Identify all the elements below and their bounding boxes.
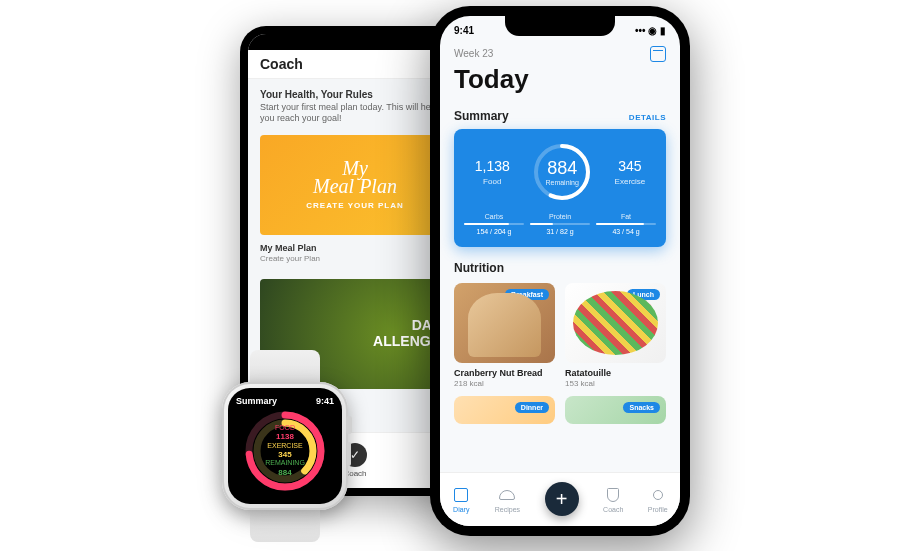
plus-icon: + — [556, 488, 568, 511]
status-indicators-icon: ••• ◉ ▮ — [635, 25, 666, 36]
macro-protein: Protein31 / 82 g — [530, 213, 590, 235]
food-value: 1,138 — [475, 158, 510, 174]
status-time: 9:41 — [454, 25, 474, 36]
digital-crown[interactable] — [346, 416, 352, 434]
exercise-value: 345 — [618, 158, 641, 174]
create-plan-cta: CREATE YOUR PLAN — [306, 201, 404, 210]
meal-plan-caption-title: My Meal Plan — [260, 243, 450, 253]
summary-card[interactable]: 1,138 Food 884Remaining 345 Exercise — [454, 129, 666, 247]
meal-card-snacks[interactable]: Snacks — [565, 396, 666, 424]
meal-kcal: 153 kcal — [565, 379, 666, 388]
remaining-label: Remaining — [545, 179, 578, 186]
chef-hat-icon — [498, 486, 516, 504]
shield-icon — [604, 486, 622, 504]
meal-card-dinner[interactable]: Dinner — [454, 396, 555, 424]
macro-fat: Fat43 / 54 g — [596, 213, 656, 235]
nutrition-section-title: Nutrition — [454, 261, 504, 275]
tab-profile[interactable]: Profile — [648, 486, 668, 513]
watch-screen[interactable]: Summary 9:41 FOOD1138 EXERCISE345 REMAIN… — [228, 388, 342, 504]
meal-card-lunch[interactable]: Lunch Ratatouille 153 kcal — [565, 283, 666, 388]
activity-rings: FOOD1138 EXERCISE345 REMAINING884 — [244, 410, 326, 492]
side-button[interactable] — [347, 442, 351, 466]
coach-subtext: Start your first meal plan today. This w… — [260, 102, 450, 125]
iphone-notch — [505, 16, 615, 36]
person-icon — [649, 486, 667, 504]
meal-tag: Snacks — [623, 402, 660, 413]
diary-icon — [452, 486, 470, 504]
meal-plan-script-plan: Meal Plan — [313, 177, 397, 195]
meal-card-breakfast[interactable]: Breakfast Cranberry Nut Bread 218 kcal — [454, 283, 555, 388]
tab-diary[interactable]: Diary — [452, 486, 470, 513]
watch-case: Summary 9:41 FOOD1138 EXERCISE345 REMAIN… — [222, 382, 348, 510]
meal-name: Ratatouille — [565, 368, 666, 378]
meal-tag: Lunch — [627, 289, 660, 300]
iphone: 9:41 ••• ◉ ▮ Week 23 Today Summary DETAI… — [430, 6, 690, 536]
week-label: Week 23 — [454, 48, 493, 59]
macros-row: Carbs154 / 204 g Protein31 / 82 g Fat43 … — [464, 213, 656, 235]
apple-watch: Summary 9:41 FOOD1138 EXERCISE345 REMAIN… — [210, 356, 360, 536]
meal-plan-banner[interactable]: My Meal Plan CREATE YOUR PLAN — [260, 135, 450, 235]
meal-image-bread: Breakfast — [454, 283, 555, 363]
remaining-ring: 884Remaining — [531, 141, 593, 203]
summary-section-title: Summary — [454, 109, 509, 123]
tab-recipes[interactable]: Recipes — [495, 486, 520, 513]
details-link[interactable]: DETAILS — [629, 113, 666, 122]
meal-tag: Breakfast — [505, 289, 549, 300]
meal-image-ratatouille: Lunch — [565, 283, 666, 363]
iphone-screen: 9:41 ••• ◉ ▮ Week 23 Today Summary DETAI… — [440, 16, 680, 526]
remaining-value: 884 — [547, 158, 577, 179]
meal-name: Cranberry Nut Bread — [454, 368, 555, 378]
food-stat: 1,138 Food — [475, 157, 510, 186]
watch-ring-stats: FOOD1138 EXERCISE345 REMAINING884 — [244, 410, 326, 492]
watch-time: 9:41 — [316, 396, 334, 406]
device-showcase: Coach Your Health, Your Rules Start your… — [210, 6, 690, 546]
add-button[interactable]: + — [545, 482, 579, 516]
exercise-stat: 345 Exercise — [615, 157, 646, 186]
macro-carbs: Carbs154 / 204 g — [464, 213, 524, 235]
food-label: Food — [475, 177, 510, 186]
tab-coach[interactable]: Coach — [603, 486, 623, 513]
meal-plan-caption-sub: Create your Plan — [260, 254, 450, 263]
exercise-label: Exercise — [615, 177, 646, 186]
page-title: Today — [454, 64, 666, 95]
coach-heading: Your Health, Your Rules — [260, 89, 450, 100]
meal-kcal: 218 kcal — [454, 379, 555, 388]
meal-tag: Dinner — [515, 402, 549, 413]
watch-title: Summary — [236, 396, 277, 406]
ios-tab-bar: Diary Recipes + Coach Profile — [440, 472, 680, 526]
calendar-icon[interactable] — [650, 46, 666, 62]
